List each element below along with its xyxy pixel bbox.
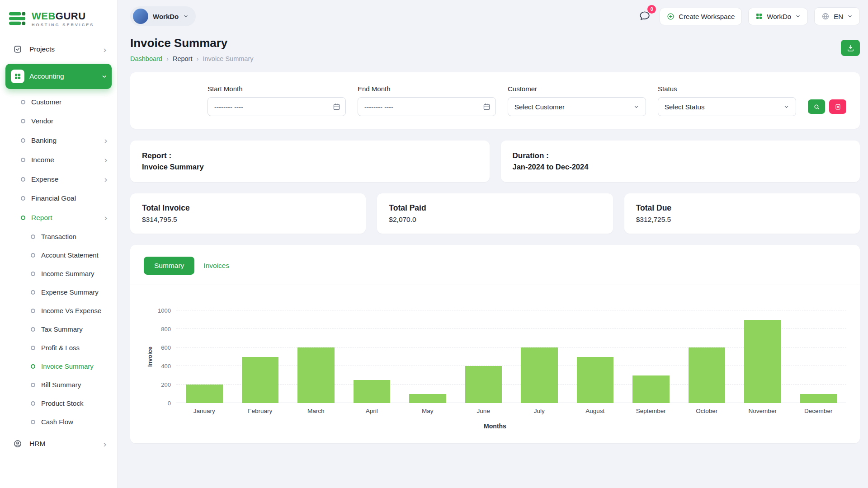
report-value: Invoice Summary (142, 163, 478, 171)
chart-bar-may (409, 394, 446, 404)
invoice-bar-chart: Invoice 02004006008001000 JanuaryFebruar… (144, 285, 846, 430)
chevron-right-icon: › (104, 175, 107, 183)
x-tick-label: March (288, 408, 344, 414)
sidebar: WEBGURU HOSTING SERVICES Projects › (0, 0, 118, 488)
status-field: Status Select Status (658, 85, 796, 116)
sidebar-item-banking[interactable]: Banking › (5, 131, 112, 150)
globe-icon (821, 12, 830, 20)
hrm-icon (11, 437, 24, 450)
apps-menu-button[interactable]: WorkDo (748, 8, 808, 25)
sidebar-item-income[interactable]: Income › (5, 150, 112, 169)
breadcrumb-separator-icon: › (196, 55, 198, 62)
bar-slot (567, 310, 623, 403)
report-info-row: Report : Invoice Summary Duration : Jan-… (130, 141, 860, 182)
create-workspace-button[interactable]: Create Workspace (660, 8, 742, 25)
chart-plot (176, 310, 846, 403)
sidebar-item-hrm[interactable]: HRM › (5, 431, 112, 456)
apply-filter-button[interactable] (808, 99, 825, 114)
projects-icon (11, 42, 24, 56)
sidebar-item-label: Product Stock (41, 399, 83, 407)
bar-slot (232, 310, 288, 403)
y-tick-label: 400 (161, 363, 171, 370)
tab-summary[interactable]: Summary (144, 257, 194, 275)
chart-bars (176, 310, 846, 403)
apps-grid-icon (755, 13, 763, 20)
breadcrumb-report[interactable]: Report (173, 55, 193, 62)
total-due-label: Total Due (636, 203, 848, 213)
sidebar-item-label: Income (31, 156, 54, 164)
sidebar-item-income-summary[interactable]: Income Summary (5, 264, 112, 283)
customer-label: Customer (508, 85, 646, 93)
bullet-icon (21, 138, 25, 143)
tab-invoices[interactable]: Invoices (200, 257, 233, 275)
end-month-label: End Month (358, 85, 496, 93)
totals-row: Total Invoice $314,795.5 Total Paid $2,0… (130, 193, 860, 234)
customer-select-value: Select Customer (514, 103, 565, 111)
sidebar-item-income-vs-expense[interactable]: Income Vs Expense (5, 301, 112, 320)
brand-logo-mark-icon (8, 9, 27, 29)
brand-name-primary: WEB (32, 10, 56, 22)
sidebar-item-projects[interactable]: Projects › (5, 37, 112, 62)
bullet-icon (31, 401, 35, 406)
sidebar-item-invoice-summary[interactable]: Invoice Summary (5, 357, 112, 375)
sidebar-item-label: Invoice Summary (41, 362, 94, 370)
x-tick-label: April (344, 408, 400, 414)
bar-slot (623, 310, 679, 403)
bullet-icon (21, 100, 25, 104)
bar-slot (735, 310, 791, 403)
status-label: Status (658, 85, 796, 93)
sidebar-item-tax-summary[interactable]: Tax Summary (5, 320, 112, 338)
bullet-icon (31, 383, 35, 387)
bar-slot (679, 310, 735, 403)
search-icon (813, 103, 820, 110)
sidebar-item-financial-goal[interactable]: Financial Goal (5, 189, 112, 208)
x-tick-label: December (791, 408, 847, 414)
workspace-name: WorkDo (153, 13, 179, 20)
total-invoice-label: Total Invoice (142, 203, 354, 213)
messages-button[interactable]: 0 (636, 8, 653, 25)
reset-filter-button[interactable] (829, 99, 846, 114)
create-workspace-label: Create Workspace (679, 13, 735, 20)
sidebar-item-product-stock[interactable]: Product Stock (5, 394, 112, 413)
sidebar-item-expense-summary[interactable]: Expense Summary (5, 283, 112, 301)
brand-logo[interactable]: WEBGURU HOSTING SERVICES (5, 5, 112, 37)
x-axis-spacer (144, 408, 176, 414)
customer-select[interactable]: Select Customer (508, 97, 646, 116)
total-paid-label: Total Paid (389, 203, 601, 213)
download-report-button[interactable] (841, 40, 860, 56)
sidebar-item-vendor[interactable]: Vendor (5, 112, 112, 131)
filter-actions (808, 99, 846, 114)
bar-slot (344, 310, 400, 403)
x-tick-label: May (400, 408, 456, 414)
bar-slot (288, 310, 344, 403)
workspace-avatar (133, 9, 148, 24)
sidebar-item-accounting[interactable]: Accounting › (5, 64, 112, 89)
end-month-input[interactable] (358, 97, 496, 116)
chevron-down-icon (847, 14, 853, 19)
sidebar-nav: Projects › Accounting › Customer (5, 37, 112, 456)
sidebar-item-expense[interactable]: Expense › (5, 169, 112, 189)
sidebar-item-bill-summary[interactable]: Bill Summary (5, 375, 112, 394)
breadcrumb-dashboard[interactable]: Dashboard (130, 55, 162, 62)
bullet-icon (31, 272, 35, 276)
sidebar-item-transaction[interactable]: Transaction (5, 227, 112, 246)
language-selector[interactable]: EN (814, 7, 860, 25)
status-select[interactable]: Select Status (658, 97, 796, 116)
sidebar-item-account-statement[interactable]: Account Statement (5, 246, 112, 264)
x-tick-label: July (511, 408, 567, 414)
chevron-right-icon: › (104, 155, 107, 164)
bullet-icon (31, 420, 35, 424)
chart-x-labels: JanuaryFebruaryMarchAprilMayJuneJulyAugu… (176, 408, 846, 414)
sidebar-item-profit-loss[interactable]: Profit & Loss (5, 338, 112, 357)
brand-wordmark: WEBGURU HOSTING SERVICES (32, 11, 94, 27)
sidebar-item-report[interactable]: Report › (5, 208, 112, 227)
start-month-input[interactable] (208, 97, 346, 116)
start-month-field: Start Month (208, 85, 346, 116)
workspace-switcher[interactable]: WorkDo (130, 6, 196, 26)
sidebar-item-customer[interactable]: Customer (5, 93, 112, 112)
bullet-icon (31, 327, 35, 332)
chart-bar-january (186, 385, 223, 403)
bar-slot (511, 310, 567, 403)
sidebar-item-cash-flow[interactable]: Cash Flow (5, 413, 112, 431)
chart-bar-march (297, 347, 335, 403)
